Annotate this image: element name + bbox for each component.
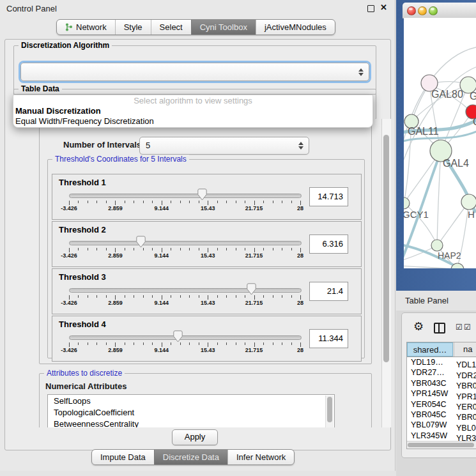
- table-header-row: shared… na: [407, 342, 476, 357]
- minor-tick: [273, 295, 273, 298]
- slider-thumb[interactable]: [136, 236, 146, 248]
- columns-icon[interactable]: [434, 323, 445, 334]
- table-row[interactable]: YBR043CYBR0: [407, 378, 476, 388]
- minor-tick: [236, 248, 236, 250]
- slider-track[interactable]: [69, 241, 302, 245]
- minor-tick: [263, 248, 264, 250]
- algorithm-combobox[interactable]: [20, 63, 369, 81]
- control-panel-window: Control Panel ✕ NetworkStyleSelectCyni T…: [0, 0, 395, 471]
- tab-cyni-toolbox[interactable]: Cyni Toolbox: [191, 20, 256, 35]
- table-horizontal-scrollbar[interactable]: [407, 441, 476, 449]
- major-tick: [208, 295, 208, 300]
- minor-tick: [125, 201, 125, 203]
- table-row[interactable]: YBR045CYBR0: [407, 410, 476, 420]
- network-graph: GAL80GACGAL11GAL4GCY1HHAP2: [404, 18, 476, 268]
- table-row[interactable]: YER054CYER0: [407, 399, 476, 410]
- gear-icon[interactable]: ⚙: [413, 321, 424, 332]
- minor-tick: [217, 201, 218, 203]
- tab-network[interactable]: Network: [57, 20, 115, 35]
- minor-tick: [171, 342, 171, 345]
- major-tick: [162, 295, 162, 300]
- minor-tick: [78, 295, 79, 298]
- network-node[interactable]: [461, 194, 476, 210]
- minor-tick: [152, 201, 153, 203]
- slider-track[interactable]: [69, 288, 302, 293]
- column-header-shared-name[interactable]: shared…: [407, 342, 453, 357]
- node-label: GCY1: [404, 209, 429, 220]
- settings-scrollbar-thumb[interactable]: [383, 135, 389, 362]
- column-header-name[interactable]: na: [454, 342, 476, 357]
- attribute-item[interactable]: BetweennessCentrality: [48, 418, 334, 427]
- node-label: HAP2: [438, 250, 461, 261]
- bottom-tab-discretize-data[interactable]: Discretize Data: [154, 450, 227, 464]
- zoom-traffic-light-icon[interactable]: [429, 6, 438, 15]
- attributes-group: Attributes to discretize Numerical Attri…: [39, 373, 372, 427]
- table-row[interactable]: YPR145WYPR1: [407, 388, 476, 399]
- major-tick: [300, 295, 301, 300]
- threshold-value-field[interactable]: 11.344: [309, 329, 348, 348]
- major-tick: [115, 248, 116, 252]
- table-row[interactable]: YDR27…YDR2: [407, 367, 476, 378]
- network-canvas[interactable]: GAL80GACGAL11GAL4GCY1HHAP2: [404, 18, 476, 268]
- network-node[interactable]: [431, 240, 443, 251]
- minor-tick: [291, 248, 292, 250]
- attributes-scrollbar[interactable]: [325, 395, 334, 427]
- select-all-checkbox-icon[interactable]: ☑: [456, 323, 463, 332]
- node-label: H: [468, 209, 475, 220]
- minor-tick: [134, 248, 134, 250]
- threshold-value-field[interactable]: 6.316: [309, 234, 348, 254]
- minor-tick: [78, 201, 79, 203]
- tab-jactivemnodules[interactable]: jActiveMNodules: [256, 20, 335, 35]
- minor-tick: [180, 295, 181, 298]
- threshold-label: Threshold 3: [59, 272, 106, 282]
- table-row[interactable]: YLR345WYLR3: [407, 431, 476, 441]
- apply-button[interactable]: Apply: [172, 429, 218, 445]
- slider-thumb[interactable]: [173, 330, 183, 342]
- minor-tick: [171, 248, 171, 250]
- screen: Control Panel ✕ NetworkStyleSelectCyni T…: [0, 0, 476, 476]
- minor-tick: [180, 201, 181, 203]
- dropdown-option-equal-width[interactable]: Equal Width/Frequency Discretization: [13, 116, 372, 127]
- major-tick: [254, 248, 255, 252]
- interval-definition-group: Interval Definition Number of Intervals …: [39, 125, 372, 364]
- minor-tick: [199, 201, 199, 203]
- select-none-checkbox-icon[interactable]: ☑: [464, 323, 471, 332]
- minor-tick: [291, 295, 292, 298]
- minor-tick: [226, 201, 227, 203]
- panel-title: Control Panel: [6, 4, 57, 13]
- slider-track[interactable]: [69, 335, 302, 340]
- slider-thumb[interactable]: [197, 188, 207, 201]
- num-intervals-label: Number of Intervals: [63, 140, 141, 150]
- table-row[interactable]: YBL079WYBL0: [407, 420, 476, 430]
- tab-select[interactable]: Select: [151, 20, 191, 35]
- threshold-value-field[interactable]: 14.713: [309, 187, 348, 206]
- tick-label: 2.859: [108, 205, 123, 211]
- minor-tick: [88, 201, 88, 203]
- bottom-tab-impute-data[interactable]: Impute Data: [92, 450, 154, 464]
- threshold-value-field[interactable]: 21.4: [309, 282, 348, 301]
- slider-thumb[interactable]: [247, 283, 256, 295]
- close-traffic-light-icon[interactable]: [407, 6, 416, 15]
- close-icon[interactable]: ✕: [380, 3, 387, 12]
- major-tick: [300, 201, 301, 205]
- bottom-tab-infer-network[interactable]: Infer Network: [227, 450, 294, 464]
- float-window-icon[interactable]: [367, 5, 374, 12]
- settings-scrollbar[interactable]: [381, 119, 391, 427]
- node-label: GAL11: [408, 126, 439, 137]
- slider-track[interactable]: [69, 194, 302, 198]
- minimize-traffic-light-icon[interactable]: [418, 6, 427, 15]
- tick-label: 2.859: [108, 347, 123, 353]
- attribute-item[interactable]: SelfLoops: [48, 395, 334, 406]
- minor-tick: [125, 342, 125, 345]
- num-intervals-combobox[interactable]: 5: [139, 137, 309, 155]
- numerical-attributes-list[interactable]: SelfLoopsTopologicalCoefficientBetweenne…: [47, 394, 335, 427]
- attribute-item[interactable]: TopologicalCoefficient: [48, 406, 334, 418]
- minor-tick: [152, 295, 153, 298]
- algorithm-dropdown-popup: Select algorithm to view settings Manual…: [13, 95, 373, 128]
- tab-style[interactable]: Style: [115, 20, 151, 35]
- major-tick: [208, 201, 208, 205]
- dropdown-option-manual-discretization[interactable]: Manual Discretization: [13, 106, 372, 116]
- table-row[interactable]: YDL19…YDL1: [407, 357, 476, 367]
- tab-label: Network: [76, 22, 107, 32]
- tick-label: -3.426: [61, 252, 77, 259]
